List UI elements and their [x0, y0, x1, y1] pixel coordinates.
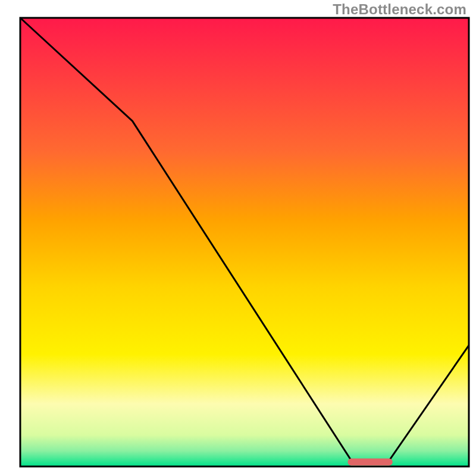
optimal-range-marker [347, 459, 392, 466]
plot-background [20, 18, 469, 466]
chart-svg [0, 0, 476, 476]
bottleneck-chart: TheBottleneck.com [0, 0, 476, 476]
watermark-label: TheBottleneck.com [333, 1, 466, 18]
